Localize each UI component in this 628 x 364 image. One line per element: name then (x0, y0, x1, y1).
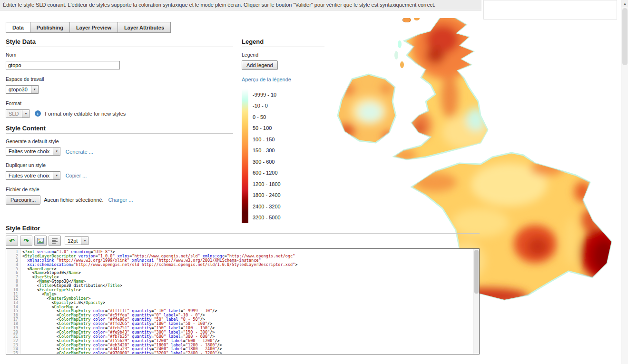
code-line: <NamedLayer> (22, 267, 473, 271)
workspace-select-value: gtopo30 (9, 87, 28, 92)
generate-label: Generate a default style (6, 138, 233, 144)
chevron-down-icon: ▼ (31, 86, 38, 93)
legend-swatch (242, 178, 248, 190)
tab-layer-preview[interactable]: Layer Preview (69, 22, 118, 33)
legend-swatch (242, 111, 248, 123)
legend-heading: Legend (242, 38, 324, 47)
scroll-up-icon[interactable]: ▲ (621, 0, 628, 7)
tab-bar: DataPublishingLayer PreviewLayer Attribu… (6, 22, 171, 33)
legend-entry: 1200 - 1800 (242, 178, 324, 190)
legend-entry-label: 50 - 100 (253, 125, 272, 131)
indent-lines-icon (51, 238, 58, 244)
copy-select-value: Faites votre choix (9, 173, 49, 178)
legend-entry: 2400 - 3200 (242, 201, 324, 212)
tab-data[interactable]: Data (6, 22, 30, 33)
legend-entry-label: 3200 - 5000 (253, 215, 281, 220)
code-line: xsi:schemaLocation="http://www.opengis.n… (22, 263, 473, 267)
format-label: Format (6, 100, 233, 106)
legend-swatch (242, 89, 248, 100)
legend-entry: -10 - 0 (242, 100, 324, 112)
redo-button[interactable]: ↷ (20, 236, 32, 246)
legend-entry: 150 - 300 (242, 145, 324, 157)
legend-swatch (242, 190, 248, 201)
legend-entry-label: 100 - 150 (253, 137, 275, 142)
legend-swatch (242, 156, 248, 167)
copy-label: Dupliquer un style (6, 162, 233, 168)
legend-entry: 600 - 1200 (242, 167, 324, 179)
workspace-label: Espace de travail (6, 76, 233, 82)
code-editor[interactable]: 1234567891011121314151617181920212223242… (6, 248, 480, 354)
name-input[interactable] (6, 61, 120, 69)
upload-link[interactable]: Charger ... (108, 197, 133, 203)
font-size-value: 12pt (68, 238, 78, 244)
legend-swatch (242, 201, 248, 212)
undo-button[interactable]: ↶ (6, 236, 18, 246)
info-icon: i (35, 110, 41, 117)
copy-link[interactable]: Copier ... (66, 173, 87, 178)
legend-label: Legend (242, 52, 324, 58)
chevron-down-icon: ▼ (22, 110, 29, 118)
legend-entry-label: 2400 - 3200 (253, 204, 281, 209)
generate-select[interactable]: Faites votre choix ▼ (6, 147, 60, 156)
chevron-down-icon: ▼ (53, 148, 60, 155)
code-line: <FeatureTypeStyle> (22, 288, 473, 292)
code-line: <Opacity>1.0</Opacity> (22, 301, 473, 305)
legend-entry: 50 - 100 (242, 123, 324, 134)
code-line: <Name>Gtopo30</Name> (22, 271, 473, 275)
name-label: Nom (6, 52, 233, 58)
generate-select-value: Faites votre choix (9, 148, 49, 154)
style-content-heading: Style Content (6, 125, 233, 134)
code-line: <Title>Gtopo30 distribution</Title> (22, 284, 473, 288)
legend-entry-label: -9999 - 10 (253, 92, 276, 98)
file-label: Fichier de style (6, 187, 233, 192)
add-legend-button[interactable]: Add legend (242, 60, 278, 70)
font-size-select[interactable]: 12pt ▼ (65, 236, 88, 245)
style-editor-heading: Style Editor (6, 225, 480, 234)
chevron-down-icon: ▼ (53, 172, 60, 179)
legend-swatch (242, 123, 248, 134)
scrollbar-thumb[interactable] (622, 8, 628, 65)
image-icon (37, 238, 44, 244)
format-select: SLD ▼ (6, 109, 29, 118)
editor-toolbar: ↶ ↷ 12pt ▼ (6, 235, 88, 246)
legend-swatch (242, 145, 248, 157)
legend-entry-label: 1200 - 1800 (253, 181, 281, 187)
undo-icon: ↶ (10, 237, 15, 245)
page-scrollbar[interactable]: ▲ (621, 0, 628, 364)
legend-entry: 100 - 150 (242, 134, 324, 145)
legend-entry-label: 600 - 1200 (253, 170, 278, 176)
tab-publishing[interactable]: Publishing (30, 22, 69, 33)
legend-panel: Legend Legend Add legend Aperçu de la lé… (242, 38, 324, 223)
legend-entry-label: -10 - 0 (253, 103, 268, 108)
fullscreen-button[interactable] (34, 236, 47, 246)
format-select-value: SLD (9, 111, 19, 117)
tab-layer-attributes[interactable]: Layer Attributes (118, 22, 171, 33)
legend-swatch (242, 212, 248, 224)
code-line: <ColorMapEntry color="#970000" quantity=… (22, 351, 473, 354)
editor-scrollbar[interactable] (473, 249, 479, 354)
top-right-panel (483, 0, 617, 20)
legend-entry-label: 300 - 600 (253, 159, 275, 165)
legend-ramp: -9999 - 10-10 - 00 - 5050 - 100100 - 150… (242, 89, 324, 223)
legend-entry: -9999 - 10 (242, 89, 324, 100)
legend-preview-link[interactable]: Aperçu de la légende (242, 77, 291, 82)
editor-scrollbar-thumb[interactable] (474, 250, 479, 294)
style-form: Style Data Nom Espace de travail gtopo30… (6, 38, 233, 205)
style-data-heading: Style Data (6, 38, 233, 47)
legend-entry-label: 150 - 300 (253, 148, 275, 153)
redo-icon: ↷ (24, 237, 29, 245)
browse-button[interactable]: Parcourir... (6, 195, 40, 205)
legend-swatch (242, 134, 248, 145)
legend-entry: 1800 - 2400 (242, 190, 324, 201)
workspace-select[interactable]: gtopo30 ▼ (6, 85, 39, 94)
page-info-text: Éditer le style SLD courant. L'éditeur d… (0, 0, 481, 10)
code-area[interactable]: <?xml version="1.0" encoding="UTF-8"?><S… (20, 249, 473, 354)
line-number-gutter: 1234567891011121314151617181920212223242… (6, 249, 20, 354)
line-number: 25 (6, 351, 18, 354)
reformat-button[interactable] (49, 236, 61, 246)
copy-select[interactable]: Faites votre choix ▼ (6, 171, 60, 180)
generate-link[interactable]: Generate ... (66, 149, 93, 155)
legend-entry: 300 - 600 (242, 156, 324, 167)
legend-swatch (242, 167, 248, 179)
legend-swatch (242, 100, 248, 112)
